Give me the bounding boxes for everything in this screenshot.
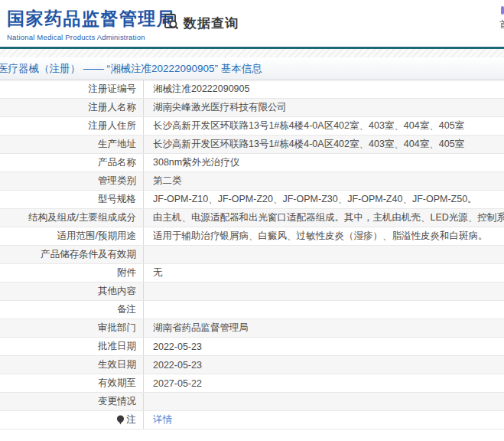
note-icon <box>116 415 125 425</box>
row-label-text: 有效期至 <box>98 377 136 390</box>
row-label-text: 生效日期 <box>98 358 136 371</box>
table-row: 附件无 <box>0 264 504 283</box>
table-row: 型号规格JF-OPM-Z10、JF-OPM-Z20、JF-OPM-Z30、JF-… <box>0 191 504 209</box>
row-label: 备注 <box>0 301 144 318</box>
table-row: 审批部门湖南省药品监督管理局 <box>0 319 504 338</box>
row-value-text: JF-OPM-Z10、JF-OPM-Z20、JF-OPM-Z30、JF-OPM-… <box>153 193 477 206</box>
clipped-nav-text: 首页 <box>499 18 504 31</box>
row-value: JF-OPM-Z10、JF-OPM-Z20、JF-OPM-Z30、JF-OPM-… <box>144 191 504 208</box>
row-label: 注册人名称 <box>0 99 144 116</box>
row-label: 生产地址 <box>0 136 144 153</box>
row-label: 型号规格 <box>0 191 144 208</box>
table-row: 产品储存条件及有效期 <box>0 246 504 264</box>
row-label-text: 注册人住所 <box>89 119 137 132</box>
nmpa-logo[interactable]: 国家药品监督管理局 National Medical Products Admi… <box>7 7 176 41</box>
row-value: 长沙高新开发区环联路13号1#栋4楼4-0A区402室、403室、404室、40… <box>144 136 504 153</box>
table-row: 注册人住所长沙高新开发区环联路13号1#栋4楼4-0A区402室、403室、40… <box>0 117 504 136</box>
row-value: 由主机、电源适配器和出光窗口适配器组成。其中，主机由机壳、LED光源、控制系统和… <box>144 209 504 227</box>
row-value-text: 2022-05-23 <box>153 360 202 371</box>
title-bar: 医疗器械（注册） —— “湘械注准20222090905” 基本信息 <box>0 57 504 80</box>
row-label-text: 注册人名称 <box>89 101 137 114</box>
details-link[interactable]: 详情 <box>153 413 172 426</box>
row-value: 308nm紫外光治疗仪 <box>144 154 504 172</box>
row-label-text: 审批部门 <box>98 322 136 335</box>
row-label-text: 生产地址 <box>98 138 136 151</box>
data-query-link[interactable]: 数据查询 <box>162 12 239 34</box>
row-value-text: 无 <box>153 266 163 279</box>
row-label: 有效期至 <box>0 374 144 392</box>
row-value-text: 308nm紫外光治疗仪 <box>153 156 239 169</box>
header: 国家药品监督管理局 National Medical Products Admi… <box>0 0 504 47</box>
row-value-text: 由主机、电源适配器和出光窗口适配器组成。其中，主机由机壳、LED光源、控制系统和… <box>153 211 504 224</box>
row-label-text: 其他内容 <box>98 285 136 298</box>
row-label: 产品名称 <box>0 154 144 172</box>
row-value: 第二类 <box>144 172 504 190</box>
row-label: 审批部门 <box>0 319 144 337</box>
row-label: 管理类别 <box>0 172 144 190</box>
clipped-nav-fragment[interactable]: 首页 <box>499 6 504 31</box>
table-row: 适用范围/预期用途适用于辅助治疗银屑病、白癜风、过敏性皮炎（湿疹）、脂溢性皮炎和… <box>0 227 504 246</box>
table-row: 产品名称308nm紫外光治疗仪 <box>0 154 504 172</box>
row-value-text: 湖南尖峰激光医疗科技有限公司 <box>153 101 287 114</box>
row-label: 适用范围/预期用途 <box>0 227 144 245</box>
row-value <box>144 393 504 410</box>
row-value: 2027-05-22 <box>144 374 504 392</box>
row-label-text: 适用范围/预期用途 <box>57 230 136 243</box>
table-row: 备注 <box>0 301 504 319</box>
row-label: 结构及组成/主要组成成分 <box>0 209 144 227</box>
row-value <box>144 301 504 318</box>
hatched-strip <box>0 49 504 57</box>
page-title: 医疗器械（注册） —— “湘械注准20222090905” 基本信息 <box>0 62 262 76</box>
row-value-text: 2027-05-22 <box>153 378 202 389</box>
row-label: 注册人住所 <box>0 117 144 135</box>
row-label-text: 批准日期 <box>98 340 136 353</box>
data-query-label: 数据查询 <box>184 15 239 32</box>
table-row: 结构及组成/主要组成成分由主机、电源适配器和出光窗口适配器组成。其中，主机由机壳… <box>0 209 504 227</box>
row-label-text: 变更情况 <box>98 395 136 408</box>
row-label: 注 <box>0 411 144 429</box>
row-label-text: 产品储存条件及有效期 <box>41 248 136 261</box>
row-label: 批准日期 <box>0 338 144 355</box>
logo-title-cn: 国家药品监督管理局 <box>7 7 176 31</box>
row-label-text: 管理类别 <box>98 175 136 188</box>
row-value <box>144 246 504 263</box>
table-row: 管理类别第二类 <box>0 172 504 191</box>
table-row: 批准日期2022-05-23 <box>0 338 504 356</box>
row-label-text: 结构及组成/主要组成成分 <box>28 211 136 224</box>
row-value: 适用于辅助治疗银屑病、白癜风、过敏性皮炎（湿疹）、脂溢性皮炎和白斑病。 <box>144 227 504 245</box>
row-label-text: 型号规格 <box>98 193 136 206</box>
row-value: 长沙高新开发区环联路13号1#栋4楼4-0A区402室、403室、404室、40… <box>144 117 504 135</box>
info-table: 注册证编号湘械注准20222090905注册人名称湖南尖峰激光医疗科技有限公司注… <box>0 80 504 430</box>
table-row: 其他内容 <box>0 283 504 301</box>
row-label-text: 产品名称 <box>98 156 136 169</box>
row-value: 2022-05-23 <box>144 356 504 374</box>
row-label-text: 附件 <box>117 266 136 279</box>
clipped-nav-marker <box>501 6 504 15</box>
row-label: 附件 <box>0 264 144 282</box>
row-value: 无 <box>144 264 504 282</box>
row-value: 详情 <box>144 411 504 429</box>
table-row: 注详情 <box>0 411 504 430</box>
table-row: 注册人名称湖南尖峰激光医疗科技有限公司 <box>0 99 504 117</box>
row-label: 生效日期 <box>0 356 144 374</box>
row-value-text: 湖南省药品监督管理局 <box>153 322 249 335</box>
row-label: 产品储存条件及有效期 <box>0 246 144 263</box>
row-label: 其他内容 <box>0 283 144 300</box>
row-value-text: 第二类 <box>153 175 182 188</box>
document-search-icon <box>162 12 180 34</box>
table-row: 生产地址长沙高新开发区环联路13号1#栋4楼4-0A区402室、403室、404… <box>0 136 504 154</box>
row-label: 注册证编号 <box>0 80 144 98</box>
row-label-text: 备注 <box>117 303 136 316</box>
row-value-text: 长沙高新开发区环联路13号1#栋4楼4-0A区402室、403室、404室、40… <box>153 138 464 151</box>
row-label: 变更情况 <box>0 393 144 410</box>
row-value-text: 湘械注准20222090905 <box>153 83 249 96</box>
row-value: 2022-05-23 <box>144 338 504 355</box>
row-label-text: 注 <box>127 413 137 426</box>
row-value: 湖南省药品监督管理局 <box>144 319 504 337</box>
table-row: 注册证编号湘械注准20222090905 <box>0 80 504 99</box>
row-value: 湘械注准20222090905 <box>144 80 504 98</box>
row-label-text: 注册证编号 <box>89 83 137 96</box>
table-row: 有效期至2027-05-22 <box>0 374 504 393</box>
row-value: 湖南尖峰激光医疗科技有限公司 <box>144 99 504 116</box>
row-value-text: 适用于辅助治疗银屑病、白癜风、过敏性皮炎（湿疹）、脂溢性皮炎和白斑病。 <box>153 230 488 243</box>
